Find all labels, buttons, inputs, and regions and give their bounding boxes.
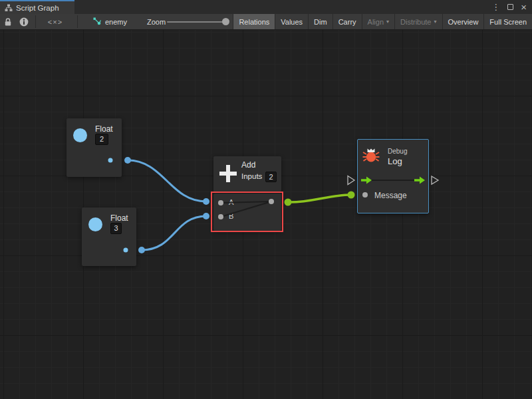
- plus-icon: [219, 165, 237, 182]
- info-button[interactable]: [19, 14, 29, 29]
- graph-breadcrumb[interactable]: enemy: [93, 14, 127, 29]
- wire-endpoint[interactable]: [285, 199, 292, 206]
- close-icon[interactable]: ×: [521, 2, 527, 12]
- wire-endpoint[interactable]: [203, 213, 209, 219]
- tab-bar: Script Graph ⋮ ×: [0, 0, 532, 14]
- zoom-slider-track[interactable]: [167, 21, 227, 23]
- wire-float2-to-b[interactable]: [142, 216, 206, 250]
- bug-icon: [362, 147, 380, 163]
- float-node-1[interactable]: Float 2: [66, 118, 122, 177]
- window-controls: ⋮ ×: [491, 0, 527, 14]
- inputs-count-input[interactable]: 2: [265, 172, 277, 182]
- info-icon: [19, 17, 29, 27]
- chevron-down-icon: ▾: [434, 19, 437, 25]
- dim-button[interactable]: Dim: [308, 14, 332, 29]
- graph-toolbar: <×> enemy Zoom 1x Relations Values Dim: [0, 14, 532, 30]
- chevron-down-icon: ▾: [386, 19, 389, 25]
- float-value-input[interactable]: 2: [95, 134, 108, 145]
- wire-endpoint[interactable]: [138, 247, 145, 253]
- toolbar-separator: [77, 15, 78, 28]
- script-graph-window: Script Graph ⋮ × <×>: [0, 0, 532, 399]
- lock-button[interactable]: [4, 14, 12, 29]
- wire-float1-to-a[interactable]: [128, 160, 206, 201]
- node-category: Debug: [388, 148, 407, 155]
- graph-canvas[interactable]: Float 2 Float 3 Add Inputs 2 A B: [0, 30, 532, 399]
- align-dropdown[interactable]: Align ▾: [362, 14, 394, 29]
- tab-label: Script Graph: [16, 4, 59, 12]
- overview-button[interactable]: Overview: [442, 14, 484, 29]
- add-node-ports[interactable]: A B: [213, 194, 281, 231]
- flow-connector-right-icon[interactable]: [432, 176, 438, 184]
- node-title: Float: [95, 124, 113, 134]
- zoom-label: Zoom: [147, 14, 166, 29]
- flow-connector-left-icon[interactable]: [348, 176, 354, 185]
- window-menu-icon[interactable]: ⋮: [491, 3, 500, 11]
- inputs-label: Inputs: [241, 172, 262, 180]
- port-a-label: A: [229, 198, 233, 206]
- code-view-icon: <×>: [48, 18, 63, 26]
- tab-script-graph[interactable]: Script Graph: [0, 0, 74, 14]
- wire-endpoint[interactable]: [348, 192, 355, 199]
- debug-log-node[interactable]: Debug Log Message: [357, 139, 429, 213]
- distribute-dropdown[interactable]: Distribute ▾: [394, 14, 442, 29]
- wire-endpoint[interactable]: [124, 157, 131, 164]
- carry-button[interactable]: Carry: [332, 14, 362, 29]
- float-node-2[interactable]: Float 3: [82, 207, 136, 266]
- zoom-slider-handle[interactable]: [222, 18, 229, 25]
- flow-graph-icon: [93, 17, 102, 26]
- script-graph-icon: [5, 4, 13, 12]
- float-value-input[interactable]: 3: [110, 223, 122, 234]
- toolbar-button-group: Relations Values Dim Carry Align ▾ Distr…: [233, 14, 532, 29]
- wire-endpoint[interactable]: [203, 198, 209, 205]
- values-button[interactable]: Values: [275, 14, 308, 29]
- toolbar-separator: [35, 15, 36, 28]
- graph-name-label: enemy: [105, 18, 127, 26]
- relations-button[interactable]: Relations: [233, 14, 275, 29]
- node-title: Log: [388, 156, 402, 166]
- node-title: Add: [241, 160, 255, 170]
- message-port-label: Message: [374, 191, 407, 200]
- float-literal-icon: [88, 217, 102, 231]
- code-view-button[interactable]: <×>: [45, 14, 65, 29]
- node-title: Float: [110, 213, 128, 223]
- full-screen-button[interactable]: Full Screen: [483, 14, 532, 29]
- lock-icon: [4, 17, 12, 27]
- wire-add-to-message[interactable]: [288, 195, 351, 202]
- maximize-icon[interactable]: [507, 4, 513, 10]
- float-literal-icon: [73, 128, 87, 142]
- add-node-header[interactable]: Add Inputs 2: [213, 156, 281, 192]
- port-b-label: B: [229, 212, 233, 220]
